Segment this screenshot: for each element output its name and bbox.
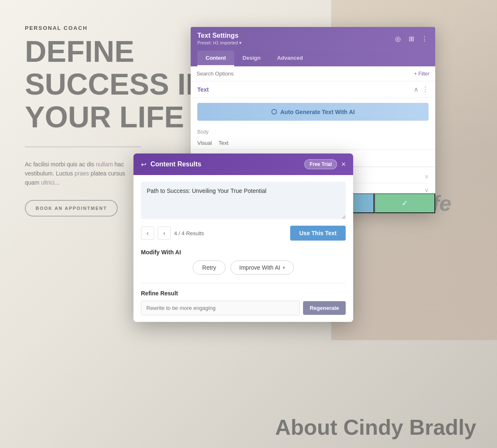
improve-with-ai-button[interactable]: Improve With AI ▾ [230,261,294,275]
filter-button[interactable]: + Filter [414,71,429,77]
next-result-button[interactable]: › [158,226,171,240]
panel-subtitle: Preset: H1 imported ▾ [197,40,242,46]
modify-section: Modify With AI Retry Improve With AI ▾ [141,249,346,275]
result-navigation: ‹ › 4 / 4 Results Use This Text [141,226,346,241]
visual-label: Visual [197,140,212,146]
bg-headline: DEFINE SUCCESS IN YOUR LIFE [25,35,207,134]
panel-tabs: Content Design Advanced [191,51,435,66]
visual-text-area: Visual Text [191,136,435,150]
more-icon[interactable]: ⋮ [420,35,429,43]
content-results-modal: ↩ Content Results Free Trial × Path to S… [133,153,353,322]
modal-header-right: Free Trial × [304,159,346,169]
refine-title: Refine Result [141,290,346,297]
modal-close-button[interactable]: × [341,160,346,169]
bg-headline-line1: DEFINE [25,35,207,68]
search-input[interactable] [196,71,414,77]
ai-icon: ⬡ [271,108,277,116]
modal-header-left: ↩ Content Results [141,161,201,168]
bg-label: PERSONAL COACH [25,25,207,31]
modal-body: Path to Success: Unveiling Your True Pot… [133,175,353,322]
chevron-up-icon[interactable]: ∧ [414,85,419,93]
modal-header: ↩ Content Results Free Trial × [133,153,353,175]
retry-button[interactable]: Retry [193,261,225,275]
panel-header-icons: ◎ ⊞ ⋮ [394,35,429,43]
bg-divider [25,146,141,147]
back-icon[interactable]: ↩ [141,161,146,168]
layout-icon[interactable]: ⊞ [407,35,415,43]
section-controls: ∧ ⋮ [414,85,429,93]
circle-icon[interactable]: ◎ [394,35,402,43]
bg-about-text: About Cindy Bradly [275,415,476,440]
ai-button-label: Auto Generate Text With AI [280,109,355,115]
result-count: 4 / 4 Results [174,230,204,236]
ai-generate-button[interactable]: ⬡ Auto Generate Text With AI [197,103,429,121]
body-label: Body [191,126,435,136]
confirm-button[interactable]: ✓ [374,193,436,213]
panel-title-group: Text Settings Preset: H1 imported ▾ [197,32,242,46]
regenerate-button[interactable]: Regenerate [303,301,346,315]
section-header: Text ∧ ⋮ [191,81,435,98]
result-textarea[interactable]: Path to Success: Unveiling Your True Pot… [141,182,346,219]
text-label: Text [218,140,228,146]
panel-header: Text Settings Preset: H1 imported ▾ ◎ ⊞ … [191,27,435,51]
modal-title: Content Results [150,161,201,168]
tab-content[interactable]: Content [197,51,234,66]
chevron-down-1: ∨ [424,173,429,180]
refine-section: Refine Result Regenerate [141,283,346,315]
bg-headline-line2: SUCCESS IN [25,68,207,101]
panel-search-bar: + Filter [191,66,435,81]
improve-label: Improve With AI [239,264,280,271]
nav-arrows: ‹ › 4 / 4 Results [141,226,204,240]
prev-result-button[interactable]: ‹ [141,226,154,240]
book-appointment-button[interactable]: BOOK AN APPOINTMENT [25,200,118,217]
improve-dropdown-icon: ▾ [283,265,285,270]
panel-title: Text Settings [197,32,242,39]
bg-body-text: Ac facilisi morbi quis ac dis nullam hac… [25,160,141,187]
section-title: Text [197,86,209,93]
use-this-text-button[interactable]: Use This Text [290,226,346,241]
tab-advanced[interactable]: Advanced [269,51,311,66]
refine-input-row: Regenerate [141,301,346,315]
tab-design[interactable]: Design [234,51,269,66]
chevron-down-2: ∨ [424,187,429,193]
modify-buttons: Retry Improve With AI ▾ [141,261,346,275]
section-more-icon[interactable]: ⋮ [422,85,429,93]
refine-input[interactable] [141,301,300,315]
bg-headline-line3: YOUR LIFE [25,101,207,134]
modify-title: Modify With AI [141,249,346,256]
free-trial-badge[interactable]: Free Trial [304,159,337,169]
